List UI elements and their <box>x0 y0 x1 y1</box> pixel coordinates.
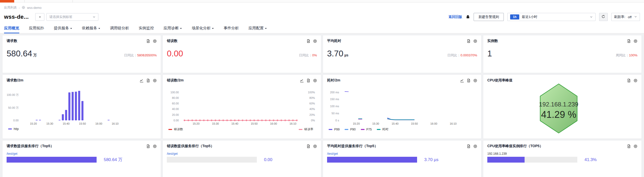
tab-event-analysis[interactable]: 事件分析 <box>224 23 239 33</box>
svg-text:15:30: 15:30 <box>212 122 219 125</box>
legend-item-error-count[interactable]: 错误数 <box>168 127 183 131</box>
report-icon[interactable] <box>307 144 310 148</box>
report-icon[interactable] <box>467 144 471 148</box>
kpi-compare: 日同比：0% <box>299 53 317 58</box>
report-icon[interactable] <box>627 144 631 148</box>
monitor-eye-icon[interactable] <box>313 79 317 82</box>
chart-card-errors: 错误数/2m 0.0020.0040.0060.0080.00100.000%2… <box>163 75 321 139</box>
card-title: 请求数 <box>7 39 17 43</box>
rank-item-link[interactable]: /test/get <box>327 152 477 156</box>
caret-down-icon <box>70 27 72 30</box>
chart-card-latency: 耗时/2m 0 s50 ms100 ms150 ms200 ms15:2015:… <box>323 75 481 139</box>
refresh-rate-select[interactable]: 刷新率: off <box>611 13 640 21</box>
tab-dependent-services[interactable]: 依赖服务 <box>82 23 100 33</box>
instance-tag-select[interactable]: 请选择实例标签 <box>46 13 98 21</box>
monitor-eye-icon[interactable] <box>153 79 157 82</box>
svg-text:15:50: 15:50 <box>251 122 258 125</box>
rank-card-cpu: CPU使用率峰值实例排行（TOP5） 192.168.1.239 41.3% <box>483 141 641 177</box>
legend-item-http[interactable]: http <box>8 127 19 131</box>
svg-text:100.00: 100.00 <box>170 91 179 94</box>
svg-text:15:40: 15:40 <box>231 122 238 125</box>
tab-app-diagnosis[interactable]: 应用诊断 <box>164 23 182 33</box>
svg-text:16:00: 16:00 <box>95 122 102 125</box>
tab-instance-monitor[interactable]: 实例监控 <box>139 23 154 33</box>
card-title: 请求数/2m <box>7 78 23 83</box>
svg-text:50 ms: 50 ms <box>332 112 339 115</box>
errors-line-chart[interactable]: 0.0020.0040.0060.0080.00100.000%20%40%60… <box>167 84 317 127</box>
monitor-eye-icon[interactable] <box>473 144 477 148</box>
monitor-eye-icon[interactable] <box>153 39 157 43</box>
header-row: wss-de... 请选择实例标签 返回旧版 新建告警规则 1h 最近1小时 刷… <box>0 10 644 23</box>
rank-bar-fill[interactable] <box>7 157 97 163</box>
report-icon[interactable] <box>146 39 150 43</box>
requests-bar-chart[interactable]: 0.0050.00 万100.00 万15:2015:3015:4015:501… <box>7 84 157 127</box>
alarm-bell-icon[interactable] <box>466 15 470 19</box>
monitor-eye-icon[interactable] <box>634 39 637 43</box>
card-title: 耗时/2m <box>327 78 340 83</box>
monitor-eye-icon[interactable] <box>634 144 637 148</box>
legend-item-haoshi[interactable]: 耗时 <box>377 127 388 131</box>
breadcrumb-separator-icon: › <box>19 6 20 9</box>
tab-app-config[interactable]: 应用配置 <box>248 23 267 33</box>
report-icon[interactable] <box>146 144 150 148</box>
tab-provided-services[interactable]: 提供服务 <box>54 23 72 33</box>
rank-item-link[interactable]: /test/get <box>7 152 157 156</box>
tab-app-topology[interactable]: 应用拓扑 <box>29 23 44 33</box>
card-title: 错误数/2m <box>167 78 184 83</box>
rank-bar-fill[interactable] <box>487 157 525 163</box>
report-icon[interactable] <box>467 39 471 43</box>
time-range-label: 最近1小时 <box>522 15 538 19</box>
kpi-card-avg-latency: 平均耗时 3.70 µs 日同比：0.000370% <box>323 35 481 73</box>
legend-item-p90[interactable]: P90 <box>345 128 355 131</box>
report-icon[interactable] <box>467 79 471 82</box>
trend-chart-icon[interactable] <box>460 79 464 82</box>
rank-value: 580.64 万 <box>104 157 122 163</box>
monitor-eye-icon[interactable] <box>634 79 637 82</box>
legend-item-p99[interactable]: P99 <box>329 128 339 131</box>
refresh-button[interactable] <box>599 13 608 21</box>
time-range-select[interactable]: 1h 最近1小时 <box>507 13 596 21</box>
rank-item-link[interactable]: /test/get <box>167 152 317 156</box>
ranking-row: 请求数提供服务排行（Top5） /test/get 580.64 万 错误数提供… <box>3 141 641 177</box>
tab-trace-analysis[interactable]: 调用链分析 <box>110 23 129 33</box>
instance-tag-placeholder: 请选择实例标签 <box>49 15 72 19</box>
rank-bar-track <box>167 157 257 163</box>
legend-item-error-rate[interactable]: 错误率 <box>299 127 313 131</box>
tab-app-overview[interactable]: 应用概览 <box>4 23 19 33</box>
svg-text:15:20: 15:20 <box>193 122 200 125</box>
monitor-eye-icon[interactable] <box>313 144 317 148</box>
monitor-eye-icon[interactable] <box>473 39 477 43</box>
latency-line-chart[interactable]: 0 s50 ms100 ms150 ms200 ms15:2015:3015:4… <box>327 84 477 127</box>
report-icon[interactable] <box>307 39 310 43</box>
card-title: CPU使用率峰值实例排行（TOP5） <box>487 144 543 148</box>
monitor-eye-icon[interactable] <box>153 144 157 148</box>
svg-text:50.00 万: 50.00 万 <box>8 106 19 109</box>
monitor-eye-icon[interactable] <box>313 39 317 43</box>
rank-bar-fill[interactable] <box>327 157 417 163</box>
report-icon[interactable] <box>307 79 310 82</box>
svg-text:16:10: 16:10 <box>290 122 296 125</box>
tab-scenario-analysis[interactable]: 场景化分析 <box>192 23 214 33</box>
caret-down-icon <box>265 27 267 30</box>
report-icon[interactable] <box>627 79 631 82</box>
back-to-old-version-link[interactable]: 返回旧版 <box>449 15 462 19</box>
new-alarm-rule-button[interactable]: 新建告警规则 <box>474 13 504 21</box>
rank-bar-row: 3.70 µs <box>327 157 477 163</box>
legend-swatch <box>361 129 365 130</box>
breadcrumb: 应用列表 › wss-demo <box>0 3 644 10</box>
legend-item-p75[interactable]: P75 <box>361 128 372 131</box>
app-switcher-button[interactable] <box>35 13 44 21</box>
legend-swatch <box>345 129 348 130</box>
trend-chart-icon[interactable] <box>140 79 144 82</box>
hexagon-shape[interactable] <box>540 84 577 133</box>
page-header: 应用列表 › wss-demo wss-de... 请选择实例标签 返回旧版 新… <box>0 3 644 33</box>
svg-text:60.00: 60.00 <box>172 102 179 105</box>
report-icon[interactable] <box>627 39 631 43</box>
breadcrumb-root-link[interactable]: 应用列表 <box>4 6 17 10</box>
caret-down-icon <box>98 27 100 30</box>
report-icon[interactable] <box>146 79 150 82</box>
cpu-usage-hexagon[interactable]: 192.168.1.239 41.29 % <box>487 83 637 134</box>
monitor-eye-icon[interactable] <box>473 79 477 82</box>
trend-chart-icon[interactable] <box>300 79 304 82</box>
rank-bar-track <box>327 157 417 163</box>
